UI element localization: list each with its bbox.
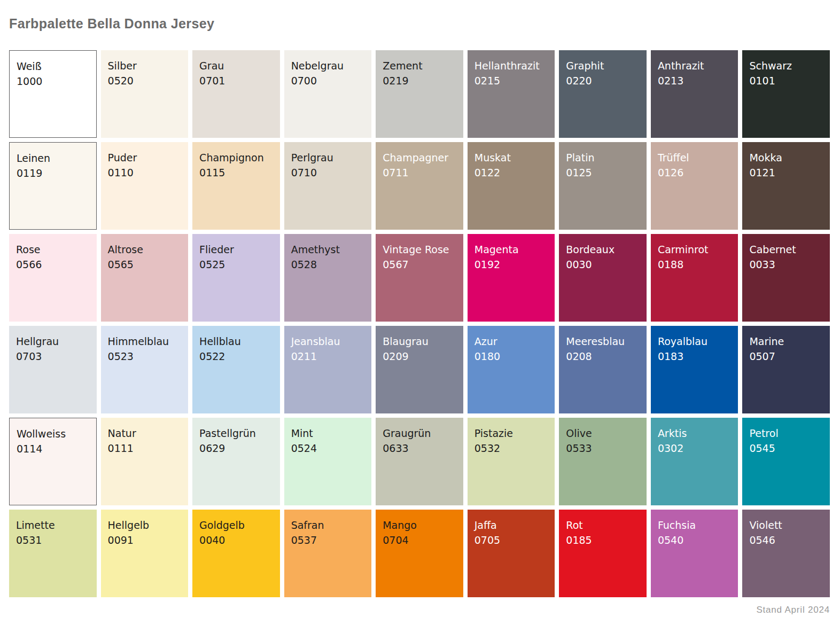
- color-swatch-limette: Limette0531: [9, 510, 97, 597]
- swatch-code: 0567: [383, 257, 457, 272]
- swatch-code: 0522: [199, 349, 274, 364]
- swatch-name: Anthrazit: [658, 58, 732, 73]
- color-swatch-safran: Safran0537: [284, 510, 372, 597]
- swatch-code: 0126: [658, 165, 732, 180]
- color-swatch-jaffa: Jaffa0705: [468, 510, 555, 597]
- swatch-name: Muskat: [475, 150, 549, 165]
- swatch-name: Vintage Rose: [383, 242, 457, 257]
- color-swatch-fuchsia: Fuchsia0540: [651, 510, 738, 597]
- color-swatch-mokka: Mokka0121: [742, 142, 830, 230]
- swatch-name: Limette: [16, 518, 90, 533]
- footer-date: Stand April 2024: [9, 605, 830, 615]
- color-swatch-amethyst: Amethyst0528: [284, 234, 372, 322]
- color-palette-grid: Weiß1000Silber0520Grau0701Nebelgrau0700Z…: [9, 50, 830, 597]
- color-swatch-puder: Puder0110: [101, 142, 189, 230]
- color-swatch-wollweiss: Wollweiss0114: [9, 418, 97, 505]
- swatch-code: 0545: [749, 441, 823, 456]
- swatch-code: 0546: [749, 533, 823, 548]
- color-swatch-meeresblau: Meeresblau0208: [559, 326, 647, 413]
- swatch-code: 0705: [475, 533, 549, 548]
- page-title: Farbpalette Bella Donna Jersey: [9, 16, 214, 32]
- color-swatch-hellgelb: Hellgelb0091: [101, 510, 189, 597]
- swatch-code: 0209: [383, 349, 457, 364]
- color-swatch-graugrun: Graugrün0633: [376, 418, 463, 505]
- swatch-name: Olive: [566, 426, 640, 441]
- swatch-name: Safran: [291, 518, 365, 533]
- swatch-code: 0114: [17, 441, 90, 456]
- color-swatch-magenta: Magenta0192: [468, 234, 555, 322]
- swatch-code: 0528: [291, 257, 365, 272]
- swatch-code: 0115: [199, 165, 274, 180]
- swatch-name: Meeresblau: [566, 334, 640, 349]
- swatch-code: 0125: [566, 165, 640, 180]
- color-swatch-vintage-rose: Vintage Rose0567: [376, 234, 463, 322]
- swatch-code: 0710: [291, 165, 365, 180]
- color-swatch-petrol: Petrol0545: [742, 418, 830, 505]
- swatch-code: 0215: [475, 73, 549, 88]
- swatch-code: 0302: [658, 441, 732, 456]
- color-swatch-weiss: Weiß1000: [9, 50, 97, 138]
- swatch-code: 0040: [199, 533, 274, 548]
- color-swatch-hellblau: Hellblau0522: [192, 326, 280, 413]
- swatch-code: 0704: [383, 533, 457, 548]
- swatch-code: 0213: [658, 73, 732, 88]
- color-swatch-bordeaux: Bordeaux0030: [559, 234, 647, 322]
- swatch-name: Jaffa: [475, 518, 549, 533]
- color-swatch-goldgelb: Goldgelb0040: [192, 510, 280, 597]
- color-swatch-natur: Natur0111: [101, 418, 189, 505]
- swatch-code: 0565: [108, 257, 182, 272]
- swatch-name: Weiß: [17, 59, 90, 74]
- swatch-name: Carminrot: [658, 242, 732, 257]
- swatch-name: Arktis: [658, 426, 732, 441]
- swatch-code: 0531: [16, 533, 90, 548]
- color-swatch-champignon: Champignon0115: [192, 142, 280, 230]
- swatch-name: Himmelblau: [108, 334, 182, 349]
- color-swatch-silber: Silber0520: [101, 50, 189, 138]
- swatch-code: 0566: [16, 257, 90, 272]
- swatch-name: Magenta: [475, 242, 549, 257]
- swatch-name: Hellgrau: [16, 334, 90, 349]
- swatch-name: Schwarz: [749, 58, 823, 73]
- swatch-code: 0110: [108, 165, 182, 180]
- swatch-code: 0185: [566, 533, 640, 548]
- swatch-name: Blaugrau: [383, 334, 457, 349]
- color-swatch-rose: Rose0566: [9, 234, 97, 322]
- swatch-code: 0525: [199, 257, 274, 272]
- swatch-name: Mango: [383, 518, 457, 533]
- color-swatch-perlgrau: Perlgrau0710: [284, 142, 372, 230]
- swatch-name: Puder: [108, 150, 182, 165]
- swatch-code: 0101: [749, 73, 823, 88]
- swatch-name: Pastellgrün: [199, 426, 274, 441]
- color-swatch-blaugrau: Blaugrau0209: [376, 326, 463, 413]
- swatch-code: 0533: [566, 441, 640, 456]
- color-swatch-flieder: Flieder0525: [192, 234, 280, 322]
- color-swatch-jeansblau: Jeansblau0211: [284, 326, 372, 413]
- color-swatch-olive: Olive0533: [559, 418, 647, 505]
- swatch-code: 0633: [383, 441, 457, 456]
- swatch-name: Champagner: [383, 150, 457, 165]
- color-swatch-muskat: Muskat0122: [468, 142, 555, 230]
- swatch-code: 0183: [658, 349, 732, 364]
- color-swatch-azur: Azur0180: [468, 326, 555, 413]
- swatch-code: 0220: [566, 73, 640, 88]
- swatch-name: Rot: [566, 518, 640, 533]
- swatch-name: Grau: [199, 58, 274, 73]
- swatch-name: Mokka: [749, 150, 823, 165]
- swatch-code: 0091: [108, 533, 182, 548]
- swatch-code: 0111: [108, 441, 182, 456]
- swatch-code: 0524: [291, 441, 365, 456]
- swatch-code: 0219: [383, 73, 457, 88]
- color-swatch-anthrazit: Anthrazit0213: [651, 50, 738, 138]
- color-swatch-mango: Mango0704: [376, 510, 463, 597]
- color-swatch-himmelblau: Himmelblau0523: [101, 326, 189, 413]
- swatch-code: 0537: [291, 533, 365, 548]
- swatch-code: 0700: [291, 73, 365, 88]
- color-swatch-nebelgrau: Nebelgrau0700: [284, 50, 372, 138]
- color-palette-page: Farbpalette Bella Donna Jersey Weiß1000S…: [0, 0, 840, 625]
- swatch-code: 1000: [17, 74, 90, 89]
- swatch-name: Altrose: [108, 242, 182, 257]
- swatch-code: 0033: [749, 257, 823, 272]
- swatch-code: 0192: [475, 257, 549, 272]
- swatch-name: Leinen: [17, 151, 90, 166]
- swatch-name: Zement: [383, 58, 457, 73]
